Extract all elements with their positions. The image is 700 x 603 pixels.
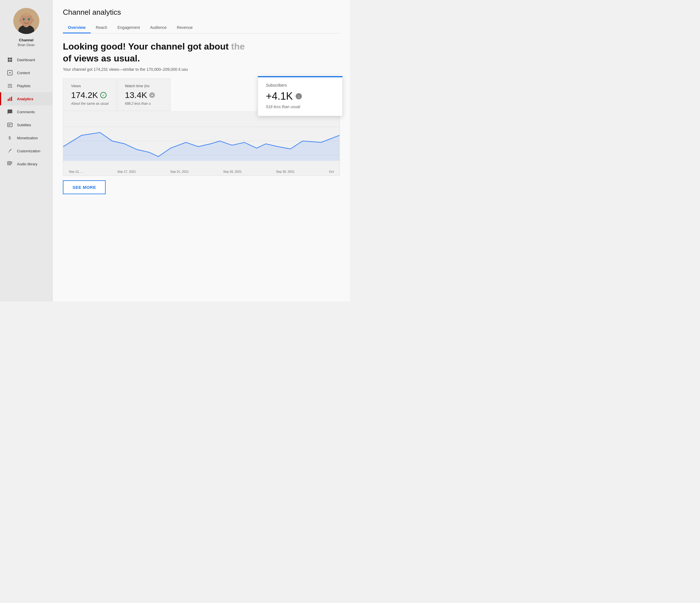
svg-rect-21 bbox=[8, 99, 9, 101]
sidebar-item-analytics-label: Analytics bbox=[17, 97, 33, 101]
headline-text-2: of views as usual. bbox=[63, 53, 140, 64]
subscribers-sublabel: 518 less than usual bbox=[266, 104, 334, 109]
sidebar-item-content-label: Content bbox=[17, 71, 30, 75]
content-icon bbox=[7, 70, 13, 76]
chart-area: Sep 12, ... Sep 17, 2021 Sep 21, 2021 Se… bbox=[63, 111, 340, 176]
metrics-section: Views 174.2K ✓ About the same as usual W… bbox=[63, 78, 340, 111]
customization-icon bbox=[7, 148, 13, 154]
comments-icon bbox=[7, 109, 13, 115]
sidebar-item-audio-library[interactable]: Audio library bbox=[0, 157, 52, 170]
channel-user: Brian Dean bbox=[18, 43, 34, 47]
svg-point-9 bbox=[28, 19, 29, 20]
monetization-icon: $ bbox=[7, 135, 13, 141]
svg-rect-13 bbox=[8, 60, 10, 62]
sidebar-item-analytics[interactable]: Analytics bbox=[0, 92, 52, 105]
sidebar-item-dashboard-label: Dashboard bbox=[17, 58, 35, 62]
views-sublabel: About the same as usual bbox=[71, 102, 109, 106]
tab-revenue[interactable]: Revenue bbox=[172, 22, 198, 33]
sidebar-item-comments-label: Comments bbox=[17, 110, 35, 114]
headline-text-1: Looking good! Your channel got about bbox=[63, 41, 231, 52]
tab-overview[interactable]: Overview bbox=[63, 22, 91, 33]
chart-date-1: Sep 12, ... bbox=[69, 170, 83, 173]
tab-reach[interactable]: Reach bbox=[91, 22, 112, 33]
subscribers-value-row: +4.1K ↓ bbox=[266, 90, 334, 102]
sidebar-item-subtitles[interactable]: Subtitles bbox=[0, 118, 52, 131]
svg-point-5 bbox=[31, 19, 34, 22]
main-content: Channel analytics Overview Reach Engagem… bbox=[53, 0, 350, 301]
svg-line-28 bbox=[8, 152, 9, 153]
svg-rect-24 bbox=[8, 123, 12, 127]
watchtime-card: Watch time (ho 13.4K ● 688.2 less than u bbox=[117, 78, 171, 111]
views-label: Views bbox=[71, 84, 109, 88]
dashboard-icon bbox=[7, 57, 13, 63]
sidebar-item-dashboard[interactable]: Dashboard bbox=[0, 53, 52, 66]
see-more-button[interactable]: SEE MORE bbox=[63, 180, 106, 194]
tab-audience[interactable]: Audience bbox=[145, 22, 172, 33]
svg-rect-23 bbox=[11, 97, 12, 101]
watchtime-value-row: 13.4K ● bbox=[125, 90, 162, 100]
page-title: Channel analytics bbox=[63, 8, 340, 17]
sidebar-nav: Dashboard Content Playlists bbox=[0, 53, 52, 170]
svg-rect-12 bbox=[10, 58, 12, 60]
subscribers-popup: Subscribers +4.1K ↓ 518 less than usual bbox=[258, 76, 343, 116]
channel-name: Channel bbox=[19, 38, 33, 42]
subscribers-label: Subscribers bbox=[266, 83, 334, 87]
chart-dates: Sep 12, ... Sep 17, 2021 Sep 21, 2021 Se… bbox=[63, 168, 340, 176]
svg-point-10 bbox=[22, 12, 30, 17]
headline-highlight: the bbox=[231, 41, 245, 52]
svg-rect-29 bbox=[8, 162, 11, 165]
svg-marker-20 bbox=[11, 86, 12, 88]
svg-rect-22 bbox=[9, 98, 10, 101]
svg-rect-14 bbox=[10, 60, 12, 62]
svg-point-4 bbox=[19, 19, 21, 22]
tab-engagement[interactable]: Engagement bbox=[112, 22, 145, 33]
sidebar-item-customization[interactable]: Customization bbox=[0, 144, 52, 157]
sidebar-item-subtitles-label: Subtitles bbox=[17, 123, 31, 127]
sidebar-item-monetization[interactable]: $ Monetization bbox=[0, 131, 52, 144]
svg-point-8 bbox=[23, 19, 24, 20]
sidebar-item-playlists[interactable]: Playlists bbox=[0, 79, 52, 92]
subscribers-down-icon: ↓ bbox=[296, 93, 302, 99]
chart-date-3: Sep 21, 2021 bbox=[170, 170, 189, 173]
svg-rect-11 bbox=[8, 58, 10, 60]
chart-date-4: Sep 26, 2021 bbox=[223, 170, 242, 173]
subscribers-value: +4.1K bbox=[266, 90, 293, 102]
watchtime-label: Watch time (ho bbox=[125, 84, 162, 88]
svg-point-30 bbox=[8, 162, 10, 164]
watchtime-sublabel: 688.2 less than u bbox=[125, 102, 162, 106]
audio-library-icon bbox=[7, 161, 13, 167]
views-check-icon: ✓ bbox=[100, 92, 106, 98]
svg-text:$: $ bbox=[8, 135, 11, 140]
performance-subtext: Your channel got 174,231 views—similar t… bbox=[63, 67, 340, 72]
chart-date-2: Sep 17, 2021 bbox=[118, 170, 136, 173]
sidebar-item-audio-library-label: Audio library bbox=[17, 162, 38, 166]
sidebar-item-playlists-label: Playlists bbox=[17, 84, 31, 88]
line-chart bbox=[63, 116, 340, 167]
performance-headline: Looking good! Your channel got about the… bbox=[63, 41, 340, 64]
sidebar-item-content[interactable]: Content bbox=[0, 66, 52, 79]
watchtime-value: 13.4K bbox=[125, 90, 147, 100]
views-card: Views 174.2K ✓ About the same as usual bbox=[63, 78, 117, 111]
avatar bbox=[13, 8, 40, 34]
sidebar-item-monetization-label: Monetization bbox=[17, 136, 38, 140]
watchtime-icon: ● bbox=[149, 92, 155, 98]
sidebar-item-customization-label: Customization bbox=[17, 149, 40, 153]
views-value-row: 174.2K ✓ bbox=[71, 90, 109, 100]
svg-marker-16 bbox=[9, 72, 11, 74]
playlists-icon bbox=[7, 83, 13, 89]
chart-date-5: Sep 30, 2021 bbox=[276, 170, 295, 173]
sidebar: Channel Brian Dean Dashboard Conten bbox=[0, 0, 53, 301]
views-value: 174.2K bbox=[71, 90, 98, 100]
analytics-tabs: Overview Reach Engagement Audience Reven… bbox=[63, 22, 340, 33]
chart-date-6: Oct bbox=[329, 170, 334, 173]
analytics-icon bbox=[7, 96, 13, 102]
subtitles-icon bbox=[7, 122, 13, 128]
sidebar-item-comments[interactable]: Comments bbox=[0, 105, 52, 118]
